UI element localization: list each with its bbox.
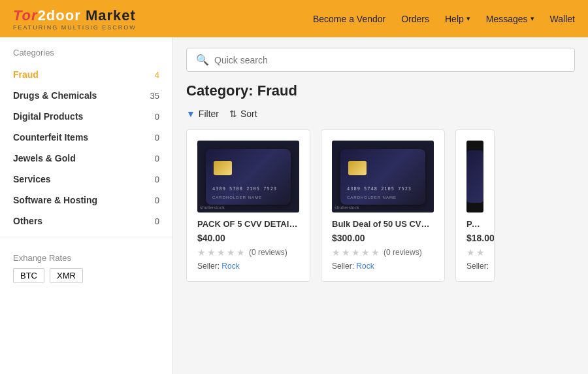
seller-link-1[interactable]: Rock [221,262,239,271]
logo-area: Tor2door Market FEATURING MULTISIG ESCRO… [13,7,137,31]
search-icon: 🔍 [196,54,209,66]
sidebar-fraud-label: Fraud [13,69,39,80]
product-card-1[interactable]: 4389 5708 2105 7523 CARDHOLDER NAME shut… [186,129,310,282]
sidebar-drugs-count: 35 [150,91,159,101]
sidebar-counterfeit-count: 0 [155,133,159,143]
product-price-1: $40.00 [197,233,299,243]
filter-sort-row: ▼ Filter ⇅ Sort [186,109,575,119]
product-stars-3: ★ ★ [466,247,483,258]
star-8: ★ [351,247,360,258]
exchange-title: Exhange Rates [13,253,159,263]
credit-card-visual-1: 4389 5708 2105 7523 CARDHOLDER NAME [206,149,291,205]
main-content: 🔍 Category: Fraud ▼ Filter ⇅ Sort 4389 5… [173,37,588,374]
sidebar-software-label: Software & Hosting [13,195,97,205]
messages-caret-icon: ▾ [531,14,534,23]
filter-icon: ▼ [186,109,195,119]
main-layout: Categories Fraud 4 Drugs & Chemicals 35 … [0,37,588,374]
star-2: ★ [207,247,216,258]
sidebar-item-drugs[interactable]: Drugs & Chemicals 35 [0,85,172,106]
product-seller-2: Seller: Rock [332,262,434,271]
credit-card-visual-2: 4389 5748 2105 7523 CARDHOLDER NAME [340,149,425,205]
sidebar-item-digital[interactable]: Digital Products 0 [0,106,172,127]
star-10: ★ [371,247,380,258]
exchange-section: Exhange Rates BTC XMR [0,243,172,288]
star-7: ★ [342,247,350,258]
product-image-2: 4389 5748 2105 7523 CARDHOLDER NAME shut… [332,141,434,212]
product-name-2: Bulk Deal of 50 US CVV 1... [332,219,434,229]
orders-link[interactable]: Orders [401,14,429,24]
wallet-link[interactable]: Wallet [550,14,575,24]
become-vendor-link[interactable]: Become a Vendor [313,14,385,24]
card-name-2: CARDHOLDER NAME [347,196,397,199]
btc-button[interactable]: BTC [13,268,44,283]
logo-tor: Tor [13,7,38,24]
messages-label: Messages [486,14,528,24]
shutterstock-label-2: shutterstock [335,205,359,210]
star-12: ★ [476,247,485,258]
xmr-button[interactable]: XMR [50,268,83,283]
product-price-2: $300.00 [332,233,434,243]
star-1: ★ [197,247,206,258]
sidebar-item-services[interactable]: Services 0 [0,169,172,190]
sidebar-divider [0,237,172,237]
product-card-2[interactable]: 4389 5748 2105 7523 CARDHOLDER NAME shut… [321,129,445,282]
shutterstock-label-1: shutterstock [200,205,225,210]
product-card-3[interactable]: PACK ... $18.00 ★ ★ Seller: [455,129,495,282]
card-name-1: CARDHOLDER NAME [212,196,262,199]
product-name-1: PACK OF 5 CVV DETAIL ... [197,219,299,229]
logo-market: Market [86,7,136,24]
card-numbers-1: 4389 5708 2105 7523 [212,186,277,192]
help-label: Help [445,14,464,24]
sidebar-jewels-count: 0 [155,154,159,163]
sidebar-item-counterfeit[interactable]: Counterfeit Items 0 [0,127,172,148]
product-stars-1: ★ ★ ★ ★ ★ (0 reviews) [197,247,299,258]
filter-label: Filter [199,109,219,119]
seller-link-2[interactable]: Rock [356,262,374,271]
sidebar-item-jewels[interactable]: Jewels & Gold 0 [0,148,172,169]
sidebar-digital-label: Digital Products [13,111,83,122]
star-6: ★ [332,247,340,258]
product-price-3: $18.00 [466,233,483,243]
product-seller-1: Seller: Rock [197,262,299,271]
sidebar: Categories Fraud 4 Drugs & Chemicals 35 … [0,37,173,374]
sidebar-others-label: Others [13,216,42,226]
product-stars-2: ★ ★ ★ ★ ★ (0 reviews) [332,247,434,258]
sidebar-digital-count: 0 [155,112,159,122]
sidebar-item-others[interactable]: Others 0 [0,211,172,231]
sidebar-others-count: 0 [155,216,159,226]
reviews-count-1: (0 reviews) [249,248,287,257]
search-bar: 🔍 [186,48,575,72]
header: Tor2door Market FEATURING MULTISIG ESCRO… [0,0,588,37]
sidebar-counterfeit-label: Counterfeit Items [13,132,88,143]
card-numbers-2: 4389 5748 2105 7523 [347,186,412,192]
sidebar-jewels-label: Jewels & Gold [13,153,76,163]
help-dropdown[interactable]: Help ▾ [445,14,470,24]
sidebar-drugs-label: Drugs & Chemicals [13,90,97,101]
category-title: Category: Fraud [186,82,575,99]
sidebar-item-fraud[interactable]: Fraud 4 [0,64,172,85]
star-5: ★ [237,247,245,258]
sort-icon: ⇅ [229,109,237,119]
product-name-3: PACK ... [466,219,483,229]
sidebar-item-software[interactable]: Software & Hosting 0 [0,190,172,211]
exchange-buttons: BTC XMR [13,268,159,283]
star-3: ★ [217,247,225,258]
product-image-1: 4389 5708 2105 7523 CARDHOLDER NAME shut… [197,141,299,212]
header-nav: Become a Vendor Orders Help ▾ Messages ▾… [313,14,575,24]
star-9: ★ [361,247,370,258]
sort-label: Sort [240,109,257,119]
sidebar-title: Categories [0,48,172,64]
search-input[interactable] [214,55,565,65]
product-image-3 [466,141,483,212]
sidebar-software-count: 0 [155,196,159,205]
reviews-count-2: (0 reviews) [384,248,422,257]
messages-dropdown[interactable]: Messages ▾ [486,14,534,24]
product-seller-3: Seller: [466,262,483,271]
logo-title: Tor2door Market [13,7,137,24]
filter-button[interactable]: ▼ Filter [186,109,219,119]
star-11: ★ [466,247,475,258]
sidebar-fraud-count: 4 [155,70,159,80]
products-grid: 4389 5708 2105 7523 CARDHOLDER NAME shut… [186,129,575,282]
sort-button[interactable]: ⇅ Sort [229,109,257,119]
sidebar-services-count: 0 [155,175,159,184]
